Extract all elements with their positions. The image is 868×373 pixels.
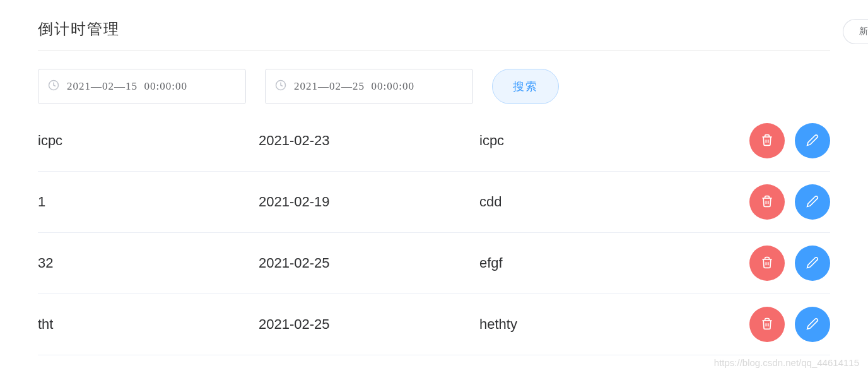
search-button[interactable]: 搜索 bbox=[492, 69, 559, 104]
row-desc: efgf bbox=[479, 255, 748, 271]
row-date: 2021-02-19 bbox=[259, 194, 479, 210]
clock-icon bbox=[48, 80, 59, 93]
row-name: icpc bbox=[38, 133, 259, 149]
start-date-field[interactable] bbox=[67, 80, 236, 93]
row-desc: cdd bbox=[479, 194, 748, 210]
filter-row: 搜索 bbox=[38, 69, 830, 104]
new-button-label: 新 bbox=[859, 26, 868, 37]
trash-icon bbox=[761, 134, 773, 148]
row-date: 2021-02-25 bbox=[259, 316, 479, 333]
start-date-input[interactable] bbox=[38, 69, 246, 104]
end-date-field[interactable] bbox=[294, 80, 463, 93]
table-row: icpc 2021-02-23 icpc bbox=[38, 110, 830, 172]
new-button[interactable]: 新 bbox=[843, 19, 868, 44]
edit-button[interactable] bbox=[795, 184, 830, 220]
watermark: https://blog.csdn.net/qq_44614115 bbox=[714, 357, 859, 368]
row-desc: icpc bbox=[479, 133, 748, 149]
row-date: 2021-02-25 bbox=[259, 255, 479, 271]
edit-button[interactable] bbox=[795, 246, 830, 281]
edit-icon bbox=[806, 134, 819, 148]
trash-icon bbox=[761, 195, 773, 210]
edit-icon bbox=[806, 195, 819, 210]
trash-icon bbox=[761, 256, 773, 271]
row-name: 1 bbox=[38, 194, 259, 210]
edit-icon bbox=[806, 317, 819, 332]
edit-button[interactable] bbox=[795, 307, 830, 342]
row-name: tht bbox=[38, 316, 259, 333]
end-date-input[interactable] bbox=[265, 69, 473, 104]
row-desc: hethty bbox=[479, 316, 748, 333]
delete-button[interactable] bbox=[749, 184, 785, 220]
countdown-table: icpc 2021-02-23 icpc bbox=[38, 110, 830, 355]
table-row: 1 2021-02-19 cdd bbox=[38, 172, 830, 233]
table-row: 32 2021-02-25 efgf bbox=[38, 233, 830, 294]
trash-icon bbox=[761, 317, 773, 332]
edit-button[interactable] bbox=[795, 123, 830, 158]
delete-button[interactable] bbox=[749, 123, 785, 158]
edit-icon bbox=[806, 256, 819, 271]
row-date: 2021-02-23 bbox=[259, 133, 479, 149]
page-title: 倒计时管理 bbox=[38, 19, 120, 39]
delete-button[interactable] bbox=[749, 307, 785, 342]
delete-button[interactable] bbox=[749, 246, 785, 281]
row-name: 32 bbox=[38, 255, 259, 271]
clock-icon bbox=[275, 80, 286, 93]
table-row: tht 2021-02-25 hethty bbox=[38, 294, 830, 355]
